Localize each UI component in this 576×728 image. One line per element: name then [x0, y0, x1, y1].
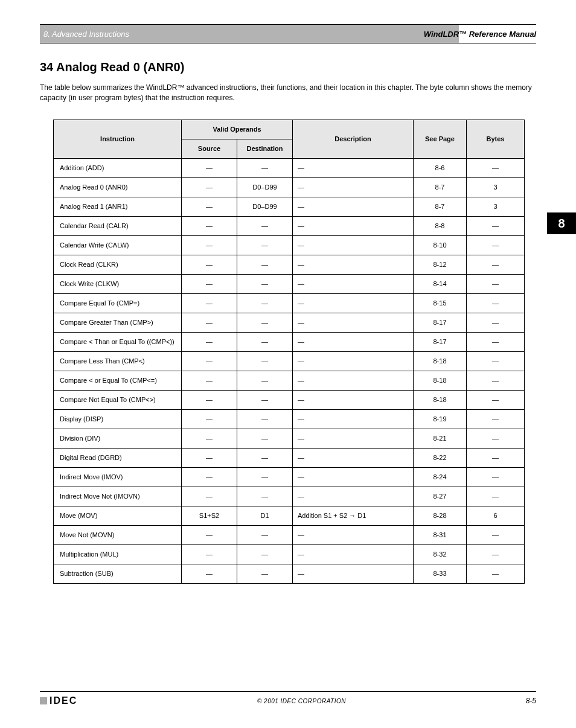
cell-see-page: 8-10	[414, 235, 467, 255]
cell-see-page: 8-8	[414, 216, 467, 235]
cell-see-page: 8-31	[414, 525, 467, 544]
table-row: Indirect Move Not (IMOVN)———8-27—	[54, 487, 525, 506]
cell-source: —	[182, 525, 237, 544]
cell-source: —	[182, 293, 237, 313]
cell-destination: —	[237, 564, 293, 583]
cell-source: —	[182, 158, 237, 177]
cell-instruction: Move (MOV)	[54, 506, 182, 525]
cell-destination: —	[237, 293, 293, 313]
cell-source: —	[182, 409, 237, 429]
cell-description: Addition S1 + S2 → D1	[293, 506, 414, 525]
cell-bytes: —	[467, 235, 525, 255]
chapter-line: 8. Advanced Instructions	[40, 30, 129, 39]
cell-description: —	[293, 313, 414, 332]
table-row: Compare Not Equal To (CMP<>)———8-18—	[54, 390, 525, 409]
cell-see-page: 8-14	[414, 274, 467, 293]
cell-bytes: —	[467, 274, 525, 293]
brand-square-icon	[40, 697, 47, 704]
cell-instruction: Addition (ADD)	[54, 158, 182, 177]
th-source: Source	[182, 139, 237, 158]
cell-description: —	[293, 448, 414, 467]
cell-instruction: Clock Read (CLKR)	[54, 255, 182, 274]
chapter-side-tab: 8	[547, 212, 576, 234]
cell-source: —	[182, 467, 237, 487]
cell-see-page: 8-19	[414, 409, 467, 429]
cell-see-page: 8-17	[414, 313, 467, 332]
cell-description: —	[293, 544, 414, 564]
page-number: 8-5	[526, 697, 536, 705]
cell-see-page: 8-18	[414, 371, 467, 390]
table-body: Addition (ADD)———8-6—Analog Read 0 (ANR0…	[54, 158, 525, 583]
cell-source: S1+S2	[182, 506, 237, 525]
cell-instruction: Display (DISP)	[54, 409, 182, 429]
cell-source: —	[182, 274, 237, 293]
manual-title: WindLDR™ Reference Manual	[424, 30, 536, 39]
cell-source: —	[182, 216, 237, 235]
cell-source: —	[182, 448, 237, 467]
cell-destination: —	[237, 216, 293, 235]
section-blurb: The table below summarizes the WindLDR™ …	[40, 83, 536, 104]
cell-destination: —	[237, 429, 293, 448]
cell-destination: —	[237, 371, 293, 390]
cell-bytes: 3	[467, 177, 525, 197]
cell-description: —	[293, 197, 414, 216]
brand-logo: IDEC	[40, 695, 77, 706]
th-bytes: Bytes	[467, 120, 525, 158]
cell-bytes: —	[467, 448, 525, 467]
cell-source: —	[182, 197, 237, 216]
cell-source: —	[182, 564, 237, 583]
cell-description: —	[293, 351, 414, 371]
cell-source: —	[182, 235, 237, 255]
cell-source: —	[182, 390, 237, 409]
cell-see-page: 8-32	[414, 544, 467, 564]
cell-instruction: Compare Equal To (CMP=)	[54, 293, 182, 313]
cell-bytes: —	[467, 158, 525, 177]
cell-see-page: 8-15	[414, 293, 467, 313]
cell-bytes: —	[467, 564, 525, 583]
cell-instruction: Analog Read 1 (ANR1)	[54, 197, 182, 216]
table-row: Clock Write (CLKW)———8-14—	[54, 274, 525, 293]
cell-description: —	[293, 216, 414, 235]
cell-instruction: Move Not (MOVN)	[54, 525, 182, 544]
cell-see-page: 8-12	[414, 255, 467, 274]
cell-bytes: 6	[467, 506, 525, 525]
cell-source: —	[182, 544, 237, 564]
table-row: Multiplication (MUL)———8-32—	[54, 544, 525, 564]
cell-see-page: 8-33	[414, 564, 467, 583]
cell-see-page: 8-7	[414, 177, 467, 197]
table-row: Analog Read 0 (ANR0)—D0–D99—8-73	[54, 177, 525, 197]
table-row: Display (DISP)———8-19—	[54, 409, 525, 429]
cell-bytes: —	[467, 487, 525, 506]
table-row: Compare Greater Than (CMP>)———8-17—	[54, 313, 525, 332]
th-see-page: See Page	[414, 120, 467, 158]
cell-description: —	[293, 487, 414, 506]
cell-bytes: —	[467, 313, 525, 332]
cell-see-page: 8-17	[414, 332, 467, 351]
cell-destination: —	[237, 467, 293, 487]
brand-text: IDEC	[50, 695, 77, 706]
table-row: Compare Less Than (CMP<)———8-18—	[54, 351, 525, 371]
th-description: Description	[293, 120, 414, 158]
cell-instruction: Subtraction (SUB)	[54, 564, 182, 583]
th-destination: Destination	[237, 139, 293, 158]
cell-see-page: 8-24	[414, 467, 467, 487]
th-instruction: Instruction	[54, 120, 182, 158]
chapter-banner: 8. Advanced Instructions	[40, 25, 459, 43]
cell-destination: —	[237, 255, 293, 274]
cell-description: —	[293, 525, 414, 544]
cell-see-page: 8-22	[414, 448, 467, 467]
cell-description: —	[293, 158, 414, 177]
cell-source: —	[182, 177, 237, 197]
section-title: 34 Analog Read 0 (ANR0)	[40, 60, 536, 74]
cell-destination: —	[237, 274, 293, 293]
copyright: © 2001 IDEC CORPORATION	[257, 698, 346, 704]
cell-description: —	[293, 293, 414, 313]
cell-source: —	[182, 351, 237, 371]
table-row: Calendar Read (CALR)———8-8—	[54, 216, 525, 235]
page-footer: IDEC © 2001 IDEC CORPORATION 8-5	[40, 691, 536, 706]
cell-bytes: —	[467, 255, 525, 274]
cell-source: —	[182, 371, 237, 390]
cell-bytes: —	[467, 467, 525, 487]
cell-bytes: —	[467, 429, 525, 448]
cell-destination: —	[237, 235, 293, 255]
